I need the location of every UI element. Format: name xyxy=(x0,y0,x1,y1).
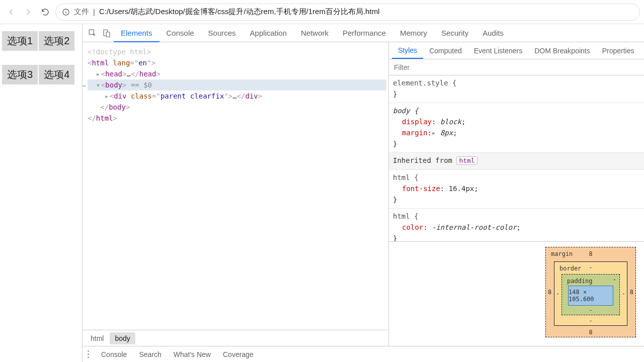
crumb-body[interactable]: body xyxy=(110,332,135,344)
prop-value: -internal-root-color xyxy=(432,223,517,231)
bm-padding-bottom: - xyxy=(589,307,592,314)
selector-html: html { xyxy=(393,172,640,183)
file-label: 文件 xyxy=(74,7,89,17)
devtools-drawer: Console Search What's New Coverage xyxy=(83,346,644,362)
bm-right: 8 xyxy=(630,289,633,296)
selector-html: html { xyxy=(393,211,640,222)
crumb-html[interactable]: html xyxy=(86,332,109,344)
reload-button[interactable] xyxy=(38,5,52,19)
tab-memory[interactable]: Memory xyxy=(393,25,434,41)
brace: } xyxy=(393,194,640,205)
prop-value: 16.4px xyxy=(449,185,474,193)
drawer-tab-whatsnew[interactable]: What's New xyxy=(174,350,211,358)
bm-left: 8 xyxy=(548,289,551,296)
selected-indicator: == $0 xyxy=(126,81,152,89)
selector-element-style: element.style { xyxy=(393,77,640,88)
url-text: C:/Users/胡志武/Desktop/掘金博客/css提升/动态rem,手机… xyxy=(99,7,380,17)
prop-name: display xyxy=(402,118,432,126)
css-rules[interactable]: element.style { } body { display: block;… xyxy=(389,75,644,241)
inspect-icon[interactable] xyxy=(86,26,100,40)
drawer-tab-console[interactable]: Console xyxy=(101,350,127,358)
svg-rect-5 xyxy=(106,32,110,37)
bm-border-right: - xyxy=(622,290,625,297)
bm-top: 8 xyxy=(589,250,592,257)
bm-border-label: border xyxy=(559,265,581,272)
breadcrumb: html body xyxy=(83,330,388,346)
tab-console[interactable]: Console xyxy=(159,25,201,41)
inherited-label: Inherited from xyxy=(393,156,456,164)
subtab-computed[interactable]: Computed xyxy=(423,43,468,58)
prop-value: 8px xyxy=(440,129,453,137)
drawer-menu-icon[interactable] xyxy=(88,350,89,358)
option-cell[interactable]: 选项1 xyxy=(2,31,38,51)
prop-name: font-size xyxy=(402,185,440,193)
info-icon xyxy=(62,8,70,16)
styles-filter xyxy=(389,59,644,75)
brace: } xyxy=(393,88,640,100)
bm-border-left: - xyxy=(556,290,559,297)
devtools-panel: Elements Console Sources Application Net… xyxy=(83,24,644,362)
styles-filter-input[interactable] xyxy=(389,63,644,71)
bm-margin-label: margin xyxy=(551,250,573,257)
devtools-main-tabs: Elements Console Sources Application Net… xyxy=(83,24,644,42)
prop-name: margin xyxy=(402,129,428,137)
tab-application[interactable]: Application xyxy=(243,25,294,41)
forward-button[interactable] xyxy=(21,5,35,19)
box-model-pane: margin 8 8 8 8 border - - - - padding xyxy=(389,241,644,346)
bm-padding-label: padding xyxy=(567,278,593,285)
svg-point-2 xyxy=(65,10,66,11)
gutter-dots: … xyxy=(83,79,86,90)
device-toggle-icon[interactable] xyxy=(100,26,114,40)
subtab-dom-breakpoints[interactable]: DOM Breakpoints xyxy=(528,43,596,58)
tab-audits[interactable]: Audits xyxy=(475,25,511,41)
bm-border-bottom: - xyxy=(589,317,592,324)
tab-elements[interactable]: Elements xyxy=(114,25,159,42)
bm-bottom: 8 xyxy=(589,329,592,336)
tab-performance[interactable]: Performance xyxy=(336,25,393,41)
selector-body: body { xyxy=(393,105,640,116)
option-cell[interactable]: 选项4 xyxy=(39,65,74,84)
dom-tree[interactable]: <!doctype html> <html lang="en"> ▸<head>… xyxy=(83,42,388,330)
drawer-tab-search[interactable]: Search xyxy=(139,350,161,358)
brace: } xyxy=(393,233,640,241)
browser-toolbar: 文件 | C:/Users/胡志武/Desktop/掘金博客/css提升/动态r… xyxy=(0,0,644,24)
separator: | xyxy=(93,8,95,16)
back-button[interactable] xyxy=(4,5,18,19)
option-cell[interactable]: 选项3 xyxy=(2,65,38,84)
subtab-styles[interactable]: Styles xyxy=(392,43,423,59)
tab-security[interactable]: Security xyxy=(434,25,475,41)
bm-padding-top: - xyxy=(613,276,616,283)
tab-sources[interactable]: Sources xyxy=(201,25,243,41)
styles-sub-tabs: Styles Computed Event Listeners DOM Brea… xyxy=(389,42,644,59)
address-bar[interactable]: 文件 | C:/Users/胡志武/Desktop/掘金博客/css提升/动态r… xyxy=(55,4,640,21)
bm-border-top: - xyxy=(589,264,592,271)
option-cell[interactable]: 选项2 xyxy=(39,31,74,51)
page-viewport: 选项1 选项2 选项3 选项4 xyxy=(0,24,83,362)
subtab-event-listeners[interactable]: Event Listeners xyxy=(468,43,529,58)
bm-content: 148 × 105.600 xyxy=(568,286,613,306)
box-model[interactable]: margin 8 8 8 8 border - - - - padding xyxy=(545,247,636,337)
drawer-tab-coverage[interactable]: Coverage xyxy=(223,350,254,358)
inherited-chip[interactable]: html xyxy=(456,156,477,165)
brace: } xyxy=(393,138,640,149)
subtab-properties[interactable]: Properties xyxy=(596,43,640,58)
tab-network[interactable]: Network xyxy=(294,25,336,41)
styles-pane: Styles Computed Event Listeners DOM Brea… xyxy=(389,42,644,346)
dom-tree-pane: <!doctype html> <html lang="en"> ▸<head>… xyxy=(83,42,389,346)
subtab-accessibility[interactable]: Accessibility xyxy=(640,43,644,58)
prop-value: block xyxy=(440,118,461,126)
prop-name: color xyxy=(402,223,423,231)
